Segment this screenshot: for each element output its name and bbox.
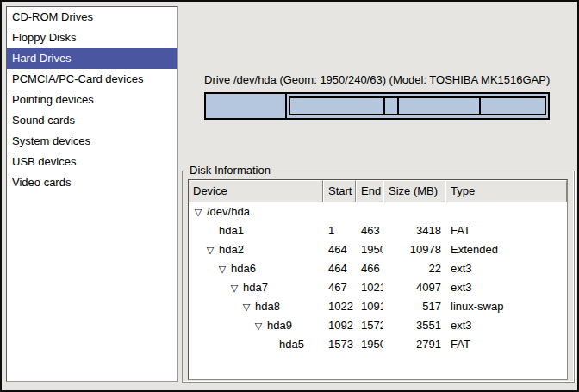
drive-title: Drive /dev/hda (Geom: 1950/240/63) (Mode… bbox=[204, 73, 550, 86]
expander-icon[interactable]: ▽ bbox=[240, 297, 252, 316]
sidebar-item-label: System devices bbox=[12, 134, 90, 147]
expander-icon[interactable]: ▽ bbox=[252, 316, 265, 335]
device-name: hda5 bbox=[279, 335, 304, 354]
drive-section: Drive /dev/hda (Geom: 1950/240/63) (Mode… bbox=[204, 73, 550, 120]
sidebar-item-pointing-devices[interactable]: Pointing devices bbox=[7, 90, 177, 110]
end-cell: 1572 bbox=[356, 316, 383, 335]
column-header-device[interactable]: Device bbox=[189, 180, 323, 202]
start-cell: 1022 bbox=[323, 297, 356, 316]
sidebar-item-label: USB devices bbox=[12, 155, 76, 168]
end-cell: 1950 bbox=[356, 240, 383, 259]
table-row-hda1[interactable]: ▽ hda1 1 463 3418 FAT bbox=[189, 221, 567, 240]
table-row-hda8[interactable]: ▽ hda8 1022 1091 517 linux-swap bbox=[189, 297, 567, 316]
expander-icon[interactable]: ▽ bbox=[204, 240, 216, 259]
size-cell: 4097 bbox=[383, 278, 445, 297]
end-cell: 466 bbox=[356, 259, 383, 278]
start-cell: 1573 bbox=[323, 335, 356, 354]
type-cell: ext3 bbox=[445, 259, 567, 278]
type-cell: ext3 bbox=[445, 278, 567, 297]
start-cell: 1092 bbox=[323, 316, 356, 335]
partition-segment-hda5 bbox=[481, 98, 545, 114]
size-cell: 3418 bbox=[383, 221, 445, 240]
device-cell: ▽ hda9 bbox=[189, 316, 323, 335]
sidebar-item-hard-drives[interactable]: Hard Drives bbox=[7, 48, 177, 69]
device-name: hda1 bbox=[219, 221, 244, 240]
device-name: hda8 bbox=[255, 297, 280, 316]
column-header-end[interactable]: End bbox=[356, 180, 383, 202]
device-cell: ▽ hda5 bbox=[189, 335, 323, 354]
start-cell: 464 bbox=[323, 240, 356, 259]
sidebar-item-pcmcia-pc-card-devices[interactable]: PCMCIA/PC-Card devices bbox=[7, 69, 177, 90]
column-header-type[interactable]: Type bbox=[445, 180, 567, 202]
end-cell: 1091 bbox=[356, 297, 383, 316]
hardware-browser-window: CD-ROM Drives Floppy Disks Hard Drives P… bbox=[0, 0, 579, 392]
partition-table-body: ▽ /dev/hda ▽ hda1 1 463 3418 FAT ▽ hda2 … bbox=[189, 202, 567, 354]
device-cell: ▽ hda6 bbox=[189, 259, 323, 278]
table-row-hda2[interactable]: ▽ hda2 464 1950 10978 Extended bbox=[189, 240, 567, 259]
sidebar-item-label: PCMCIA/PC-Card devices bbox=[12, 72, 143, 85]
device-cell: ▽ hda7 bbox=[189, 278, 323, 297]
partition-segment-hda9 bbox=[399, 98, 481, 114]
size-cell: 3551 bbox=[383, 316, 445, 335]
sidebar-item-cd-rom-drives[interactable]: CD-ROM Drives bbox=[7, 7, 177, 28]
device-name: hda2 bbox=[219, 240, 244, 259]
type-cell: ext3 bbox=[445, 316, 567, 335]
device-name: hda7 bbox=[243, 278, 268, 297]
sidebar-item-label: Hard Drives bbox=[12, 52, 72, 65]
partition-table: Device Start End Size (MB) Type ▽ /dev/h… bbox=[188, 179, 568, 380]
device-category-list[interactable]: CD-ROM Drives Floppy Disks Hard Drives P… bbox=[6, 6, 178, 382]
expander-icon[interactable]: ▽ bbox=[216, 259, 228, 278]
type-cell: FAT bbox=[445, 221, 567, 240]
partition-bar bbox=[204, 92, 550, 120]
sidebar-item-label: Floppy Disks bbox=[12, 31, 76, 44]
table-row-dev-hda[interactable]: ▽ /dev/hda bbox=[189, 202, 567, 221]
partition-segment-hda2-extended bbox=[289, 96, 546, 115]
sidebar-item-label: Sound cards bbox=[12, 114, 75, 127]
sidebar-item-sound-cards[interactable]: Sound cards bbox=[7, 110, 177, 131]
partition-segment-hda8 bbox=[385, 98, 399, 114]
size-cell: 2791 bbox=[383, 335, 445, 354]
device-name: hda6 bbox=[231, 259, 256, 278]
disk-information-label: Disk Information bbox=[187, 164, 273, 177]
start-cell bbox=[323, 202, 356, 221]
sidebar-item-label: CD-ROM Drives bbox=[12, 10, 93, 23]
device-cell: ▽ hda1 bbox=[189, 221, 323, 240]
partition-segment-hda7 bbox=[290, 98, 384, 114]
device-cell: ▽ hda2 bbox=[189, 240, 323, 259]
sidebar-item-system-devices[interactable]: System devices bbox=[7, 131, 177, 152]
expander-icon[interactable]: ▽ bbox=[228, 278, 240, 297]
size-cell: 22 bbox=[383, 259, 445, 278]
type-cell: Extended bbox=[445, 240, 567, 259]
table-row-hda9[interactable]: ▽ hda9 1092 1572 3551 ext3 bbox=[189, 316, 567, 335]
size-cell: 10978 bbox=[383, 240, 445, 259]
partition-table-header: Device Start End Size (MB) Type bbox=[189, 180, 567, 202]
table-row-hda7[interactable]: ▽ hda7 467 1021 4097 ext3 bbox=[189, 278, 567, 297]
sidebar-item-usb-devices[interactable]: USB devices bbox=[7, 152, 177, 172]
end-cell: 1021 bbox=[356, 278, 383, 297]
sidebar-item-label: Pointing devices bbox=[12, 93, 94, 106]
partition-segment-hda1 bbox=[206, 94, 287, 118]
sidebar-item-label: Video cards bbox=[12, 176, 71, 189]
table-row-hda6[interactable]: ▽ hda6 464 466 22 ext3 bbox=[189, 259, 567, 278]
type-cell: linux-swap bbox=[445, 297, 567, 316]
end-cell: 463 bbox=[356, 221, 383, 240]
expander-icon[interactable]: ▽ bbox=[192, 202, 204, 221]
sidebar-item-video-cards[interactable]: Video cards bbox=[7, 172, 177, 193]
size-cell: 517 bbox=[383, 297, 445, 316]
start-cell: 464 bbox=[323, 259, 356, 278]
end-cell: 1950 bbox=[356, 335, 383, 354]
sidebar-item-floppy-disks[interactable]: Floppy Disks bbox=[7, 28, 177, 48]
device-cell: ▽ /dev/hda bbox=[189, 202, 323, 221]
end-cell bbox=[356, 202, 383, 221]
start-cell: 1 bbox=[323, 221, 356, 240]
column-header-start[interactable]: Start bbox=[323, 180, 356, 202]
type-cell: FAT bbox=[445, 335, 567, 354]
device-name: hda9 bbox=[267, 316, 292, 335]
start-cell: 467 bbox=[323, 278, 356, 297]
disk-information-group: Disk Information Device Start End Size (… bbox=[182, 171, 575, 383]
table-row-hda5[interactable]: ▽ hda5 1573 1950 2791 FAT bbox=[189, 335, 567, 354]
column-header-size[interactable]: Size (MB) bbox=[383, 180, 445, 202]
device-name: /dev/hda bbox=[207, 202, 250, 221]
type-cell bbox=[445, 202, 567, 221]
size-cell bbox=[383, 202, 445, 221]
